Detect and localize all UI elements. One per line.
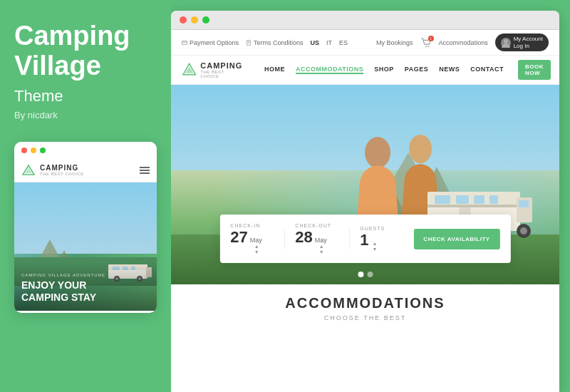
phone-dot-green [40, 148, 46, 153]
nav-logo: CAMPING THE BEST CHOICE [182, 61, 243, 78]
guests-value: 1 ▲ ▼ [360, 232, 377, 252]
svg-rect-33 [474, 195, 484, 204]
accommodations-section: ACCOMMODATIONS CHOOSE THE BEST [171, 284, 559, 392]
lang-es[interactable]: ES [339, 39, 348, 46]
accommodations-nav-link[interactable]: Accommodations [439, 39, 488, 46]
theme-label: Theme [14, 87, 157, 105]
svg-marker-23 [185, 66, 194, 73]
svg-point-28 [409, 135, 432, 163]
guests-arrows[interactable]: ▲ ▼ [373, 241, 378, 252]
lang-us[interactable]: US [311, 39, 320, 46]
booking-widget: CHECK-IN 27 May ▲ ▼ CHECK-O [219, 215, 510, 263]
account-text: My Account Log In [514, 36, 543, 49]
phone-nav: CAMPING THE BEST CHOICE [14, 159, 157, 182]
svg-point-27 [365, 137, 390, 168]
phone-logo-text: CAMPING THE BEST CHOICE [40, 164, 84, 176]
checkout-field: CHECK-OUT 28 May ▲ ▼ [295, 223, 338, 254]
nav-contact[interactable]: CONTACT [470, 66, 504, 74]
accommodations-title: ACCOMMODATIONS [182, 295, 549, 311]
phone-hero-text: ENJOY YOUR CAMPING STAY [21, 279, 150, 304]
website-content: Payment Options Terms Conditions US IT E… [171, 30, 559, 392]
my-bookings-link[interactable]: My Bookings [376, 39, 413, 46]
browser-window: Payment Options Terms Conditions US IT E… [171, 11, 559, 392]
document-icon [246, 40, 252, 46]
svg-rect-31 [435, 195, 450, 204]
cart-icon[interactable]: 1 [420, 38, 432, 48]
checkin-field: CHECK-IN 27 May ▲ ▼ [230, 223, 273, 254]
svg-rect-14 [182, 41, 187, 44]
checkin-arrows[interactable]: ▲ ▼ [254, 244, 259, 254]
svg-point-20 [428, 46, 429, 47]
credit-card-icon [182, 40, 187, 46]
phone-hero: CAMPING VILLAGE ADVENTURE ENJOY YOUR CAM… [14, 182, 157, 311]
browser-maximize-dot [202, 16, 209, 24]
svg-rect-37 [519, 200, 529, 207]
phone-mockup: CAMPING THE BEST CHOICE [14, 142, 157, 313]
svg-point-19 [425, 46, 426, 47]
nav-logo-icon [182, 62, 197, 78]
nav-shop[interactable]: SHOP [374, 66, 394, 74]
hero-dot-1[interactable] [358, 272, 363, 277]
my-account-button[interactable]: My Account Log In [495, 33, 549, 51]
browser-minimize-dot [191, 16, 198, 24]
checkout-value: 28 May ▲ ▼ [295, 229, 327, 254]
svg-rect-35 [428, 205, 520, 207]
main-title: Camping Village [14, 21, 157, 81]
phone-hero-overlay: CAMPING VILLAGE ADVENTURE ENJOY YOUR CAM… [14, 262, 157, 311]
cart-badge: 1 [428, 36, 434, 41]
account-avatar [501, 38, 511, 48]
phone-dot-red [21, 148, 27, 153]
nav-logo-text: CAMPING THE BEST CHOICE [200, 61, 243, 78]
lang-it[interactable]: IT [326, 39, 332, 46]
payment-options-link[interactable]: Payment Options [182, 39, 239, 46]
browser-close-dot [180, 16, 187, 24]
book-now-button[interactable]: BOOK NOW [518, 60, 551, 80]
booking-divider-1 [284, 228, 284, 249]
checkout-arrows[interactable]: ▲ ▼ [319, 244, 324, 254]
accommodations-subtitle: CHOOSE THE BEST [182, 314, 549, 321]
nav-pages[interactable]: PAGES [405, 66, 428, 74]
svg-point-21 [504, 39, 508, 43]
checkout-month: May ▲ ▼ [315, 237, 327, 254]
nav-news[interactable]: NEWS [439, 66, 460, 74]
nav-home[interactable]: HOME [264, 66, 285, 74]
left-panel: Camping Village Theme By nicdark CAMPING… [0, 0, 171, 392]
checkin-value: 27 May ▲ ▼ [230, 229, 262, 254]
nav-accommodations[interactable]: ACCOMMODATIONS [296, 66, 363, 74]
utility-bar-left: Payment Options Terms Conditions US IT E… [182, 39, 368, 46]
svg-point-44 [520, 227, 527, 234]
author-label: By nicdark [14, 110, 157, 120]
checkin-month: May ▲ ▼ [250, 237, 262, 254]
utility-bar: Payment Options Terms Conditions US IT E… [171, 30, 559, 56]
browser-chrome [171, 11, 559, 30]
hero-dot-2[interactable] [367, 272, 373, 277]
phone-chrome [14, 142, 157, 159]
user-avatar-icon [501, 38, 511, 48]
hero-carousel-dots [358, 272, 373, 277]
main-nav: CAMPING THE BEST CHOICE HOME ACCOMMODATI… [171, 56, 559, 85]
booking-divider-2 [348, 228, 349, 249]
svg-rect-32 [456, 195, 469, 204]
phone-dot-yellow [31, 148, 36, 153]
phone-hamburger-icon [140, 167, 150, 174]
hero-section: CHECK-IN 27 May ▲ ▼ CHECK-O [171, 85, 559, 284]
utility-bar-right: My Bookings 1 Accommodations [376, 33, 549, 51]
check-availability-button[interactable]: CHECK AVAILABILITY [413, 229, 499, 249]
terms-link[interactable]: Terms Conditions [246, 39, 304, 46]
phone-logo-icon [21, 163, 36, 177]
guests-field: GUESTS 1 ▲ ▼ [360, 226, 403, 252]
svg-rect-34 [489, 195, 498, 204]
nav-links: HOME ACCOMMODATIONS SHOP PAGES NEWS CONT… [264, 66, 504, 74]
